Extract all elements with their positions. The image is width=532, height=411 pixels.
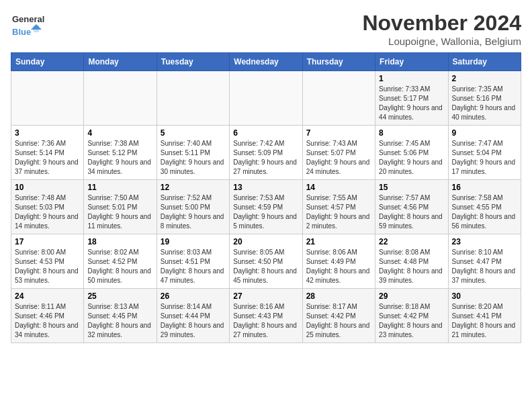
day-info: Sunrise: 7:40 AM Sunset: 5:11 PM Dayligh… (161, 139, 226, 177)
day-number: 4 (87, 128, 152, 138)
day-info: Sunrise: 7:38 AM Sunset: 5:12 PM Dayligh… (87, 139, 152, 177)
day-info: Sunrise: 7:35 AM Sunset: 5:16 PM Dayligh… (452, 85, 517, 122)
location-subtitle: Loupoigne, Wallonia, Belgium (362, 36, 521, 47)
day-info: Sunrise: 7:42 AM Sunset: 5:09 PM Dayligh… (233, 139, 298, 177)
day-info: Sunrise: 7:43 AM Sunset: 5:07 PM Dayligh… (306, 139, 371, 177)
day-info: Sunrise: 8:16 AM Sunset: 4:43 PM Dayligh… (233, 302, 298, 340)
weekday-header-monday: Monday (84, 53, 157, 71)
calendar-cell: 14Sunrise: 7:55 AM Sunset: 4:57 PM Dayli… (302, 180, 375, 234)
day-number: 12 (161, 183, 226, 192)
calendar-cell: 4Sunrise: 7:38 AM Sunset: 5:12 PM Daylig… (84, 126, 157, 180)
calendar-row-1: 1Sunrise: 7:33 AM Sunset: 5:17 PM Daylig… (11, 71, 521, 126)
svg-text:Blue: Blue (12, 27, 31, 37)
day-info: Sunrise: 8:05 AM Sunset: 4:50 PM Dayligh… (233, 248, 298, 285)
day-number: 26 (161, 291, 226, 301)
day-number: 13 (233, 183, 298, 192)
day-number: 7 (306, 128, 371, 138)
calendar-cell: 20Sunrise: 8:05 AM Sunset: 4:50 PM Dayli… (230, 234, 302, 289)
day-info: Sunrise: 7:58 AM Sunset: 4:55 PM Dayligh… (452, 193, 517, 231)
calendar-row-4: 17Sunrise: 8:00 AM Sunset: 4:53 PM Dayli… (11, 234, 521, 289)
calendar-cell (157, 71, 229, 126)
page-header: General Blue November 2024 Loupoigne, Wa… (11, 11, 521, 47)
day-number: 28 (306, 291, 371, 301)
calendar-cell: 21Sunrise: 8:06 AM Sunset: 4:49 PM Dayli… (302, 234, 375, 289)
calendar-cell (230, 71, 302, 126)
day-info: Sunrise: 8:03 AM Sunset: 4:51 PM Dayligh… (161, 248, 226, 285)
day-number: 21 (306, 237, 371, 246)
day-info: Sunrise: 7:48 AM Sunset: 5:03 PM Dayligh… (15, 193, 80, 231)
calendar-cell: 29Sunrise: 8:18 AM Sunset: 4:42 PM Dayli… (375, 289, 448, 343)
day-info: Sunrise: 8:14 AM Sunset: 4:44 PM Dayligh… (161, 302, 226, 340)
calendar-cell: 23Sunrise: 8:10 AM Sunset: 4:47 PM Dayli… (448, 234, 521, 289)
day-info: Sunrise: 8:06 AM Sunset: 4:49 PM Dayligh… (306, 248, 371, 285)
calendar-cell: 17Sunrise: 8:00 AM Sunset: 4:53 PM Dayli… (11, 234, 84, 289)
day-info: Sunrise: 7:52 AM Sunset: 5:00 PM Dayligh… (161, 193, 226, 231)
calendar-cell: 13Sunrise: 7:53 AM Sunset: 4:59 PM Dayli… (230, 180, 302, 234)
calendar-cell: 22Sunrise: 8:08 AM Sunset: 4:48 PM Dayli… (375, 234, 448, 289)
calendar-cell: 6Sunrise: 7:42 AM Sunset: 5:09 PM Daylig… (230, 126, 302, 180)
calendar-cell (302, 71, 375, 126)
calendar-cell: 3Sunrise: 7:36 AM Sunset: 5:14 PM Daylig… (11, 126, 84, 180)
calendar-cell: 30Sunrise: 8:20 AM Sunset: 4:41 PM Dayli… (448, 289, 521, 343)
day-info: Sunrise: 8:18 AM Sunset: 4:42 PM Dayligh… (379, 302, 444, 340)
calendar-cell: 9Sunrise: 7:47 AM Sunset: 5:04 PM Daylig… (448, 126, 521, 180)
calendar-row-5: 24Sunrise: 8:11 AM Sunset: 4:46 PM Dayli… (11, 289, 521, 343)
day-number: 22 (379, 237, 444, 246)
calendar-cell: 15Sunrise: 7:57 AM Sunset: 4:56 PM Dayli… (375, 180, 448, 234)
day-number: 23 (452, 237, 517, 246)
day-info: Sunrise: 7:55 AM Sunset: 4:57 PM Dayligh… (306, 193, 371, 231)
day-info: Sunrise: 7:57 AM Sunset: 4:56 PM Dayligh… (379, 193, 444, 231)
day-number: 20 (233, 237, 298, 246)
day-number: 30 (452, 291, 517, 301)
day-number: 1 (379, 74, 444, 83)
day-info: Sunrise: 8:08 AM Sunset: 4:48 PM Dayligh… (379, 248, 444, 285)
weekday-header-thursday: Thursday (302, 53, 375, 71)
day-number: 10 (15, 183, 80, 192)
calendar-row-3: 10Sunrise: 7:48 AM Sunset: 5:03 PM Dayli… (11, 180, 521, 234)
day-info: Sunrise: 8:20 AM Sunset: 4:41 PM Dayligh… (452, 302, 517, 340)
svg-text:General: General (12, 14, 44, 24)
day-number: 11 (87, 183, 152, 192)
day-number: 3 (15, 128, 80, 138)
calendar-cell: 16Sunrise: 7:58 AM Sunset: 4:55 PM Dayli… (448, 180, 521, 234)
calendar-cell: 19Sunrise: 8:03 AM Sunset: 4:51 PM Dayli… (157, 234, 229, 289)
calendar-cell: 27Sunrise: 8:16 AM Sunset: 4:43 PM Dayli… (230, 289, 302, 343)
day-number: 14 (306, 183, 371, 192)
weekday-header-row: SundayMondayTuesdayWednesdayThursdayFrid… (11, 53, 521, 71)
day-info: Sunrise: 7:50 AM Sunset: 5:01 PM Dayligh… (87, 193, 152, 231)
calendar-cell: 24Sunrise: 8:11 AM Sunset: 4:46 PM Dayli… (11, 289, 84, 343)
logo: General Blue (11, 11, 44, 38)
day-number: 5 (161, 128, 226, 138)
day-number: 18 (87, 237, 152, 246)
day-info: Sunrise: 8:02 AM Sunset: 4:52 PM Dayligh… (87, 248, 152, 285)
calendar-cell (11, 71, 84, 126)
calendar-cell (84, 71, 157, 126)
day-info: Sunrise: 8:10 AM Sunset: 4:47 PM Dayligh… (452, 248, 517, 285)
calendar-cell: 18Sunrise: 8:02 AM Sunset: 4:52 PM Dayli… (84, 234, 157, 289)
day-number: 6 (233, 128, 298, 138)
day-info: Sunrise: 7:45 AM Sunset: 5:06 PM Dayligh… (379, 139, 444, 177)
svg-marker-2 (31, 24, 42, 30)
day-number: 25 (87, 291, 152, 301)
calendar-cell: 11Sunrise: 7:50 AM Sunset: 5:01 PM Dayli… (84, 180, 157, 234)
day-number: 17 (15, 237, 80, 246)
logo-svg: General Blue (11, 11, 44, 38)
calendar-cell: 7Sunrise: 7:43 AM Sunset: 5:07 PM Daylig… (302, 126, 375, 180)
calendar-row-2: 3Sunrise: 7:36 AM Sunset: 5:14 PM Daylig… (11, 126, 521, 180)
day-info: Sunrise: 7:53 AM Sunset: 4:59 PM Dayligh… (233, 193, 298, 231)
calendar-cell: 26Sunrise: 8:14 AM Sunset: 4:44 PM Dayli… (157, 289, 229, 343)
month-title: November 2024 (362, 11, 521, 36)
weekday-header-sunday: Sunday (11, 53, 84, 71)
day-number: 2 (452, 74, 517, 83)
calendar-cell: 12Sunrise: 7:52 AM Sunset: 5:00 PM Dayli… (157, 180, 229, 234)
day-number: 29 (379, 291, 444, 301)
weekday-header-tuesday: Tuesday (157, 53, 229, 71)
calendar-cell: 2Sunrise: 7:35 AM Sunset: 5:16 PM Daylig… (448, 71, 521, 126)
day-info: Sunrise: 8:13 AM Sunset: 4:45 PM Dayligh… (87, 302, 152, 340)
calendar-table: SundayMondayTuesdayWednesdayThursdayFrid… (11, 52, 521, 343)
title-area: November 2024 Loupoigne, Wallonia, Belgi… (362, 11, 521, 47)
calendar-cell: 28Sunrise: 8:17 AM Sunset: 4:42 PM Dayli… (302, 289, 375, 343)
day-info: Sunrise: 7:47 AM Sunset: 5:04 PM Dayligh… (452, 139, 517, 177)
day-number: 19 (161, 237, 226, 246)
calendar-cell: 1Sunrise: 7:33 AM Sunset: 5:17 PM Daylig… (375, 71, 448, 126)
